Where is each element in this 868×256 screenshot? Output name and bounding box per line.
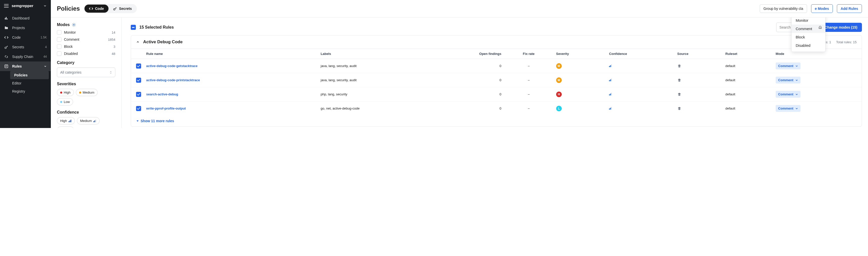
col-labels[interactable]: Labels xyxy=(318,49,423,59)
sidebar-item-supply-chain[interactable]: Supply Chain 44 xyxy=(0,52,51,61)
select-arrows-icon xyxy=(110,71,112,74)
sidebar: semgrepper Dashboard Projects Code 1.5K … xyxy=(0,0,51,128)
checkbox[interactable] xyxy=(57,51,61,56)
severity-pill-low[interactable]: Low xyxy=(57,98,73,105)
table-row: active-debug-code-printstacktrace java, … xyxy=(131,73,862,87)
mode-badge[interactable]: Comment xyxy=(776,105,801,112)
col-fix[interactable]: Fix rate xyxy=(504,49,554,59)
severity-badge: M xyxy=(556,63,562,69)
sidebar-item-rules[interactable]: Rules xyxy=(0,61,51,71)
col-open[interactable]: Open findings xyxy=(423,49,504,59)
mode-filter-block[interactable]: Block 3 xyxy=(57,44,115,49)
folder-icon xyxy=(4,26,9,30)
sidebar-item-dashboard[interactable]: Dashboard xyxy=(0,13,51,23)
popover-item-block[interactable]: Block xyxy=(792,33,825,41)
confidence-bars-icon xyxy=(609,79,612,81)
tab-code[interactable]: Code xyxy=(85,5,108,13)
checkbox[interactable] xyxy=(57,37,61,42)
change-modes-button[interactable]: e Modes xyxy=(811,4,833,13)
checkbox[interactable] xyxy=(57,44,61,49)
group-header[interactable]: Active Debug Code Total findings: 1 Tota… xyxy=(131,35,862,49)
group-rules-count: Total rules: 15 xyxy=(836,40,857,44)
dot-icon xyxy=(60,92,62,94)
row-checkbox[interactable] xyxy=(136,92,141,97)
code-icon xyxy=(89,7,93,11)
rule-fix-rate: – xyxy=(504,59,554,73)
rules-panel: 15 Selected Rules Change modes (15) Move… xyxy=(122,18,868,128)
org-switcher[interactable]: semgrepper xyxy=(0,0,51,11)
sidebar-count: 1.5K xyxy=(40,36,47,39)
show-more-link[interactable]: Show 11 more rules xyxy=(131,115,862,126)
severity-pill-medium[interactable]: Medium xyxy=(76,89,98,96)
add-rules-button[interactable]: Add Rules xyxy=(837,4,862,13)
col-src[interactable]: Source xyxy=(675,49,723,59)
popover-item-disabled[interactable]: Disabled xyxy=(792,41,825,50)
row-checkbox[interactable] xyxy=(136,78,141,83)
chevron-down-icon xyxy=(796,65,798,67)
rule-name-link[interactable]: search-active-debug xyxy=(146,92,178,96)
source-icon xyxy=(677,64,720,68)
chevron-down-icon xyxy=(796,93,798,96)
rule-name-link[interactable]: active-debug-code-getstacktrace xyxy=(146,64,197,68)
gear-icon[interactable] xyxy=(72,23,76,27)
group-by-select[interactable]: Group by vulnerability cla xyxy=(760,4,807,13)
change-modes-bulk-button[interactable]: Change modes (15) xyxy=(820,23,862,32)
col-ruleset[interactable]: Ruleset xyxy=(723,49,773,59)
rule-fix-rate: – xyxy=(504,87,554,101)
severity-pill-high[interactable]: High xyxy=(57,89,74,96)
mode-filter-monitor[interactable]: Monitor 14 xyxy=(57,30,115,35)
rule-labels: php, lang, security xyxy=(318,87,423,101)
mode-badge[interactable]: Comment xyxy=(776,91,801,98)
confidence-bars-icon xyxy=(609,93,612,95)
bars-icon xyxy=(68,120,71,122)
row-checkbox[interactable] xyxy=(136,106,141,111)
sidebar-subitem-registry[interactable]: Registry xyxy=(8,87,51,95)
col-sev[interactable]: Severity xyxy=(554,49,607,59)
rule-open-findings: 0 xyxy=(423,73,504,87)
col-conf[interactable]: Confidence xyxy=(607,49,675,59)
table-row: write-pprof-profile-output go, net, acti… xyxy=(131,101,862,116)
confidence-pill-low[interactable]: Low xyxy=(57,126,74,128)
rule-ruleset: default xyxy=(723,101,773,116)
sidebar-nav: Dashboard Projects Code 1.5K Secrets 4 S… xyxy=(0,11,51,97)
move-to-popover: Move selected to: Monitor Comment Block … xyxy=(792,18,826,52)
tab-secrets[interactable]: Secrets xyxy=(108,5,136,13)
mode-badge[interactable]: Comment xyxy=(776,62,801,69)
group-title: Active Debug Code xyxy=(143,39,183,44)
sidebar-subitem-policies[interactable]: Policies xyxy=(10,71,49,79)
menu-icon xyxy=(4,4,9,8)
confidence-pill-medium[interactable]: Medium xyxy=(77,117,100,124)
sidebar-subitem-editor[interactable]: Editor xyxy=(8,79,51,87)
confidence-pill-high[interactable]: High xyxy=(57,117,75,124)
sidebar-rules-submenu: Policies Editor Registry xyxy=(0,71,51,95)
dashboard-icon xyxy=(4,16,9,21)
sidebar-item-projects[interactable]: Projects xyxy=(0,23,51,33)
select-all-checkbox[interactable] xyxy=(131,25,136,30)
table-row: search-active-debug php, lang, security … xyxy=(131,87,862,101)
rule-open-findings: 0 xyxy=(423,59,504,73)
sidebar-item-secrets[interactable]: Secrets 4 xyxy=(0,42,51,52)
rule-labels: java, lang, security, audit xyxy=(318,73,423,87)
mode-badge[interactable]: Comment xyxy=(776,77,801,84)
key-icon xyxy=(113,7,117,11)
popover-item-monitor[interactable]: Monitor xyxy=(792,18,825,25)
col-name[interactable]: Rule name xyxy=(144,49,318,59)
row-checkbox[interactable] xyxy=(136,63,141,69)
confidence-filter-header: Confidence xyxy=(57,110,115,115)
chevron-down-icon xyxy=(44,65,47,68)
category-filter-header: Category xyxy=(57,60,115,65)
mode-filter-comment[interactable]: Comment 1854 xyxy=(57,37,115,42)
severity-badge: M xyxy=(556,77,562,83)
table-row: active-debug-code-getstacktrace java, la… xyxy=(131,59,862,73)
category-select[interactable]: All categories xyxy=(57,68,115,77)
key-icon xyxy=(4,45,9,49)
sidebar-item-code[interactable]: Code 1.5K xyxy=(0,33,51,42)
chevron-down-icon xyxy=(796,107,798,110)
checkbox[interactable] xyxy=(57,30,61,35)
mode-filter-disabled[interactable]: Disabled 48 xyxy=(57,51,115,56)
dot-icon xyxy=(60,101,62,103)
rule-name-link[interactable]: active-debug-code-printstacktrace xyxy=(146,78,200,82)
rule-open-findings: 0 xyxy=(423,87,504,101)
rule-name-link[interactable]: write-pprof-profile-output xyxy=(146,106,186,110)
sidebar-label: Code xyxy=(12,35,37,39)
